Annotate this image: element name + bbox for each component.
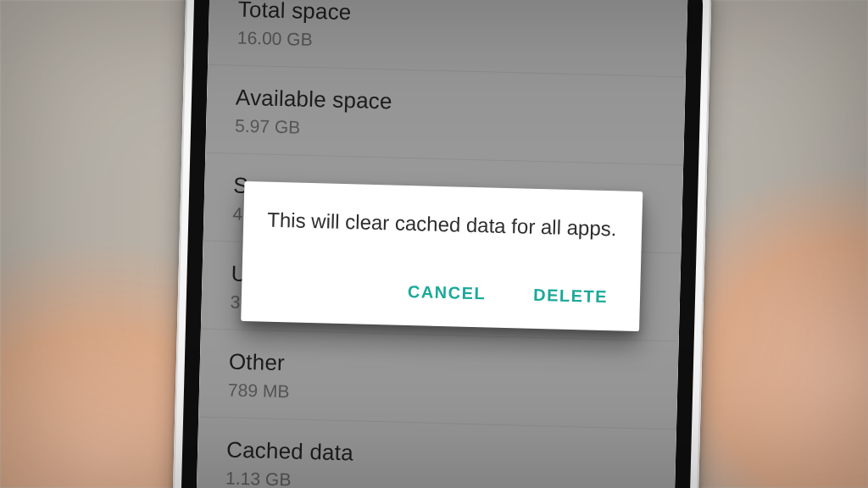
phone-screen: Total space 16.00 GB Available space 5.9… xyxy=(196,0,688,488)
dialog-actions: CANCEL DELETE xyxy=(265,272,617,319)
cancel-button[interactable]: CANCEL xyxy=(403,275,489,311)
dialog-message: This will clear cached data for all apps… xyxy=(267,206,619,244)
delete-button[interactable]: DELETE xyxy=(530,279,612,313)
clear-cache-dialog: This will clear cached data for all apps… xyxy=(241,181,643,331)
phone-body: Total space 16.00 GB Available space 5.9… xyxy=(169,0,712,488)
